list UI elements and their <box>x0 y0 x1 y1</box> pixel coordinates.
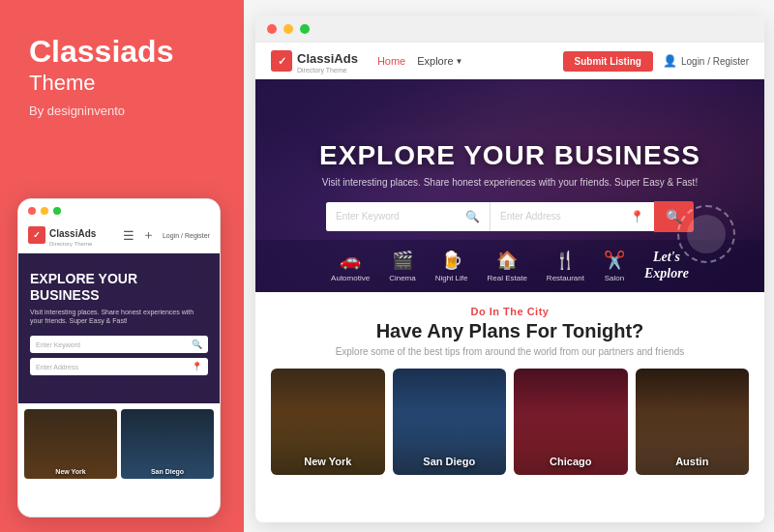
mobile-search-icon: 🔍 <box>192 340 202 349</box>
mobile-address-placeholder: Enter Address <box>36 364 192 370</box>
restaurant-icon: 🍴 <box>554 250 576 271</box>
mobile-nav-icons: ☰ ＋ Login / Register <box>123 226 210 244</box>
category-salon[interactable]: ✂️ Salon <box>604 250 625 282</box>
mobile-hero-sub: Visit interesting places. Share honest e… <box>30 308 208 327</box>
mobile-logo-sub: Directory Theme <box>49 241 96 247</box>
mobile-location-icon: 📍 <box>192 362 202 371</box>
site-logo: ✓ ClassiAds Directory Theme <box>271 49 358 74</box>
restaurant-label: Restaurant <box>547 274 584 282</box>
lets-explore-text: Let's Explore <box>644 250 689 282</box>
category-realestate[interactable]: 🏠 Real Estate <box>488 250 527 282</box>
left-panel: Classiads Theme By designinvento ✓ Class… <box>0 0 240 532</box>
site-logo-name: ClassiAds <box>297 51 358 66</box>
nav-links: Home Explore ▼ <box>377 55 563 67</box>
brand-sub: Theme <box>29 71 95 96</box>
category-automotive[interactable]: 🚗 Automotive <box>331 250 370 282</box>
mobile-logo-icon: ✓ <box>28 226 45 244</box>
hero-subtitle: Visit interesting places. Share honest e… <box>275 177 745 188</box>
mobile-keyword-placeholder: Enter Keyword <box>36 341 192 348</box>
mobile-logo-text-wrap: ClassiAds Directory Theme <box>49 223 96 247</box>
mobile-logo-bar: ✓ ClassiAds Directory Theme ☰ ＋ Login / … <box>18 220 220 253</box>
city-name-san-diego: San Diego <box>393 456 507 467</box>
mobile-city-2-label: San Diego <box>121 468 214 475</box>
cinema-label: Cinema <box>389 274 416 282</box>
section-tag: Do In The City <box>255 306 764 317</box>
mobile-city-card-1[interactable]: New York <box>24 409 117 479</box>
nav-home[interactable]: Home <box>377 55 405 67</box>
site-content: Do In The City Have Any Plans For Tonigh… <box>255 292 764 522</box>
hero-keyword-input[interactable]: Enter Keyword 🔍 <box>326 202 490 231</box>
mobile-header: ✓ ClassiAds Directory Theme ☰ ＋ Login / … <box>18 199 220 253</box>
mobile-dots <box>18 199 220 220</box>
realestate-icon: 🏠 <box>496 250 518 271</box>
browser-window: ✓ ClassiAds Directory Theme Home Explore… <box>255 15 764 522</box>
search-icon: 🔍 <box>465 210 480 223</box>
nav-explore-arrow: ▼ <box>456 57 463 66</box>
mobile-search-address[interactable]: Enter Address 📍 <box>30 358 208 375</box>
city-card-austin[interactable]: Austin <box>636 369 750 475</box>
category-cinema[interactable]: 🎬 Cinema <box>389 250 416 282</box>
city-name-new-york: New York <box>271 456 385 467</box>
automotive-label: Automotive <box>331 274 370 282</box>
mobile-city-cards: New York San Diego <box>18 403 220 485</box>
salon-label: Salon <box>605 274 624 282</box>
lets-explore-item[interactable]: Let's Explore <box>644 250 689 282</box>
browser-dot-yellow[interactable] <box>283 24 293 34</box>
mobile-menu-icon[interactable]: ☰ <box>123 228 134 243</box>
mobile-hero: EXPLORE YOUR BUSINESS Visit interesting … <box>18 253 220 403</box>
hero-address-input[interactable]: Enter Address 📍 <box>491 202 654 231</box>
mobile-dot-green <box>53 207 61 215</box>
mobile-logo-name: ClassiAds <box>49 228 96 239</box>
hero-search-inputs: Enter Keyword 🔍 Enter Address 📍 <box>326 202 654 231</box>
city-card-new-york[interactable]: New York <box>271 369 385 475</box>
right-panel: ✓ ClassiAds Directory Theme Home Explore… <box>244 0 774 532</box>
category-nightlife[interactable]: 🍺 Night Life <box>435 250 468 282</box>
mobile-dot-yellow <box>41 207 48 215</box>
mobile-city-card-2[interactable]: San Diego <box>121 409 214 479</box>
site-nav: ✓ ClassiAds Directory Theme Home Explore… <box>255 43 764 79</box>
nav-explore[interactable]: Explore ▼ <box>417 55 462 67</box>
nightlife-icon: 🍺 <box>441 250 462 271</box>
user-icon: 👤 <box>663 54 677 68</box>
mobile-plus-icon[interactable]: ＋ <box>142 226 155 244</box>
city-card-chicago[interactable]: Chicago <box>514 369 628 475</box>
nav-login[interactable]: 👤 Login / Register <box>663 54 749 68</box>
city-grid: New York San Diego Chicago Austin <box>255 357 764 487</box>
cinema-icon: 🎬 <box>392 250 413 271</box>
address-placeholder: Enter Address <box>500 211 561 222</box>
nav-submit-btn[interactable]: Submit Listing <box>563 51 653 72</box>
mobile-city-1-label: New York <box>24 468 117 475</box>
location-icon: 📍 <box>630 210 644 223</box>
brand-by: By designinvento <box>29 103 125 118</box>
site-logo-text-wrap: ClassiAds Directory Theme <box>297 49 358 74</box>
hero-decorative-circle <box>677 205 735 263</box>
city-name-chicago: Chicago <box>514 456 628 467</box>
browser-dot-red[interactable] <box>267 24 277 34</box>
section-sub: Explore some of the best tips from aroun… <box>255 346 764 357</box>
mobile-search-keyword[interactable]: Enter Keyword 🔍 <box>30 336 208 353</box>
keyword-placeholder: Enter Keyword <box>336 211 400 222</box>
mobile-login-text[interactable]: Login / Register <box>163 232 210 239</box>
realestate-label: Real Estate <box>488 274 527 282</box>
mobile-dot-red <box>28 207 36 215</box>
browser-dot-green[interactable] <box>300 24 310 34</box>
brand-title: Classiads <box>29 35 173 69</box>
salon-icon: ✂️ <box>604 250 625 271</box>
browser-titlebar <box>255 15 764 43</box>
mobile-hero-title: EXPLORE YOUR BUSINESS <box>30 271 208 304</box>
mobile-logo: ✓ ClassiAds Directory Theme <box>28 223 96 247</box>
mobile-mockup: ✓ ClassiAds Directory Theme ☰ ＋ Login / … <box>17 198 221 517</box>
automotive-icon: 🚗 <box>340 250 361 271</box>
city-name-austin: Austin <box>636 456 750 467</box>
nightlife-label: Night Life <box>435 274 468 282</box>
section-title: Have Any Plans For Tonight? <box>255 320 764 342</box>
hero-search-bar: Enter Keyword 🔍 Enter Address 📍 🔍 <box>326 201 694 232</box>
site-hero: EXPLORE YOUR BUSINESS Visit interesting … <box>255 79 764 292</box>
hero-title: EXPLORE YOUR BUSINESS <box>275 140 745 171</box>
login-label: Login / Register <box>681 56 749 67</box>
city-card-san-diego[interactable]: San Diego <box>393 369 507 475</box>
site-logo-icon: ✓ <box>271 50 292 72</box>
hero-circle-inner <box>687 215 726 253</box>
site-logo-sub: Directory Theme <box>297 67 358 74</box>
category-restaurant[interactable]: 🍴 Restaurant <box>547 250 584 282</box>
